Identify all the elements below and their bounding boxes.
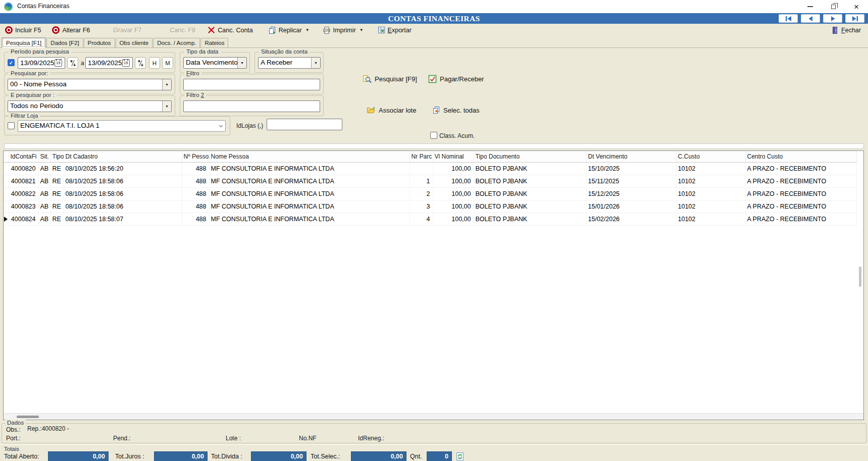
excel-export-icon	[378, 26, 385, 34]
qnt-value: 0	[427, 451, 452, 461]
column-header[interactable]: Centro Custo	[745, 151, 856, 162]
filtrar-loja-checkbox[interactable]	[8, 122, 15, 129]
header-bar: CONTAS FINANCEIRAS	[0, 13, 868, 24]
record-navigator	[779, 14, 864, 23]
lote-label: Lote :	[226, 435, 241, 442]
tipo-data-combobox[interactable]: Data Vencimento ▼	[183, 57, 247, 69]
next-record-icon	[831, 16, 835, 21]
search-icon	[363, 75, 372, 83]
column-header[interactable]: C.Custo	[676, 151, 745, 162]
idlojas-input[interactable]	[267, 119, 342, 130]
pesquisar-por-combobox[interactable]: 00 - Nome Pessoa ▼	[8, 79, 172, 90]
window-title: Contas Financeiras	[17, 3, 69, 10]
restore-button[interactable]	[822, 0, 845, 13]
tot-juros-value: 0,00	[154, 451, 208, 461]
chevron-down-icon	[216, 121, 225, 131]
column-header[interactable]: Nº Pessoa	[182, 151, 209, 162]
record-indicator-header	[4, 151, 9, 162]
fieldset-pesquisar-por: Pesquisar por: 00 - Nome Pessoa ▼	[4, 74, 175, 94]
totais-bar: Totais Total Aberto: 0,00 Tot.Juros : 0,…	[0, 444, 868, 461]
nonf-label: No.NF	[299, 435, 317, 442]
record-add-icon	[5, 26, 13, 34]
tab-pesquisa[interactable]: Pesquisa [F1]	[2, 37, 46, 48]
class-acum-label: Class. Acum.	[439, 132, 475, 139]
pend-label: Pend.:	[113, 435, 131, 442]
loja-combobox[interactable]: ENGEMATICA T.I. LOJA 1	[18, 120, 226, 132]
imprimir-button[interactable]: Imprimir ▼	[323, 26, 364, 34]
table-row[interactable]: 4000823 AB RE 08/10/2025 18:58:06 488 MF…	[4, 200, 856, 213]
column-header[interactable]: Tipo Documento	[474, 151, 586, 162]
pay-receive-check-icon	[428, 75, 437, 83]
minute-button[interactable]: M	[162, 57, 173, 69]
table-row[interactable]: 4000822 AB RE 08/10/2025 18:58:06 488 MF…	[4, 187, 856, 200]
refresh-totals-button[interactable]	[455, 452, 465, 461]
column-header[interactable]: Sit.	[38, 151, 50, 162]
replicar-button[interactable]: Replicar ▼	[268, 26, 310, 34]
dropdown-arrow-icon: ▼	[162, 101, 171, 112]
nav-previous-button[interactable]	[801, 14, 820, 23]
filtro-input[interactable]	[183, 79, 320, 90]
column-header[interactable]: Nr Parc	[410, 151, 433, 162]
idreneg-label: IdReneg.:	[358, 435, 384, 442]
copy-pages-icon	[268, 26, 276, 34]
nav-last-button[interactable]	[845, 14, 864, 23]
column-header[interactable]: Vl Nominal	[433, 151, 474, 162]
splitter-strip[interactable]	[4, 143, 864, 149]
nav-first-button[interactable]	[779, 14, 798, 23]
pesquisar-button[interactable]: Pesquisar [F9]	[363, 75, 417, 83]
filtro2-input[interactable]	[183, 100, 320, 112]
horizontal-scrollbar[interactable]	[4, 413, 863, 420]
close-button[interactable]: ×	[845, 0, 868, 13]
tab-docs-acomp[interactable]: Docs. / Acomp.	[153, 38, 200, 47]
idlojas-label: IdLojas (,)	[236, 122, 263, 129]
fieldset-periodo: Período para pesquisa ✓ 15 a 15 H M	[4, 52, 175, 73]
e-pesquisar-por-combobox[interactable]: Todos no Periodo ▼	[8, 100, 172, 112]
grid-header-row: IdContaFi Sit. Tipo Dt Cadastro Nº Pesso…	[4, 151, 856, 162]
date-to-spin-button[interactable]	[135, 57, 146, 69]
hour-button[interactable]: H	[149, 57, 160, 69]
column-header[interactable]: Dt Vencimento	[586, 151, 676, 162]
class-acum-checkbox[interactable]	[430, 132, 437, 139]
last-record-icon	[852, 16, 858, 21]
situacao-combobox[interactable]: A Receber ▼	[258, 57, 321, 69]
open-folder-icon	[367, 106, 376, 114]
column-header[interactable]: Dt Cadastro	[64, 151, 182, 162]
cancelar-conta-button[interactable]: Canc. Conta	[208, 26, 252, 34]
associar-lote-button[interactable]: Associar lote	[367, 106, 416, 114]
tab-obs-cliente[interactable]: Obs cliente	[116, 38, 153, 47]
fechar-button[interactable]: Fechar	[831, 26, 861, 34]
vertical-scrollbar-thumb[interactable]	[859, 267, 861, 287]
date-range-separator: a	[81, 60, 84, 67]
incluir-button[interactable]: Incluir F5	[5, 26, 41, 34]
date-to-input[interactable]	[88, 59, 122, 67]
total-aberto-label: Total Aberto:	[4, 453, 39, 460]
nav-next-button[interactable]	[823, 14, 842, 23]
calendar-icon[interactable]: 15	[55, 59, 62, 67]
tab-produtos[interactable]: Produtos	[84, 38, 115, 47]
obs-label: Obs.:	[6, 426, 21, 433]
tot-selec-value: 0,00	[351, 451, 406, 461]
minimize-button[interactable]	[798, 0, 822, 13]
date-from-input[interactable]	[20, 59, 55, 67]
app-logo-icon	[4, 3, 13, 11]
tab-rateios[interactable]: Rateios	[200, 38, 228, 47]
calendar-icon[interactable]: 15	[122, 59, 130, 67]
alterar-button[interactable]: Alterar F6	[52, 26, 90, 34]
column-header[interactable]: IdContaFi	[9, 151, 38, 162]
printer-icon	[323, 26, 331, 34]
tab-dados[interactable]: Dados [F2]	[46, 38, 83, 47]
first-record-icon	[785, 16, 792, 21]
exportar-button[interactable]: Exportar	[378, 26, 412, 34]
exit-door-icon	[831, 26, 839, 34]
column-header[interactable]: Tipo	[50, 151, 64, 162]
table-row[interactable]: 4000821 AB RE 08/10/2025 18:58:06 488 MF…	[4, 175, 856, 187]
table-row[interactable]: 4000824 AB RE 08/10/2025 18:58:07 488 MF…	[4, 213, 856, 225]
pagar-receber-button[interactable]: Pagar/Receber	[428, 75, 484, 83]
selec-todas-button[interactable]: Selec. todas	[432, 106, 480, 114]
column-header[interactable]: Nome Pessoa	[209, 151, 410, 162]
table-row[interactable]: 4000820 AB RE 08/10/2025 18:56:20 488 MF…	[4, 162, 856, 175]
restore-icon	[831, 5, 836, 9]
horizontal-scrollbar-thumb[interactable]	[17, 416, 39, 418]
periodo-enabled-checkbox[interactable]: ✓	[8, 59, 15, 66]
date-from-spin-button[interactable]	[67, 57, 78, 69]
